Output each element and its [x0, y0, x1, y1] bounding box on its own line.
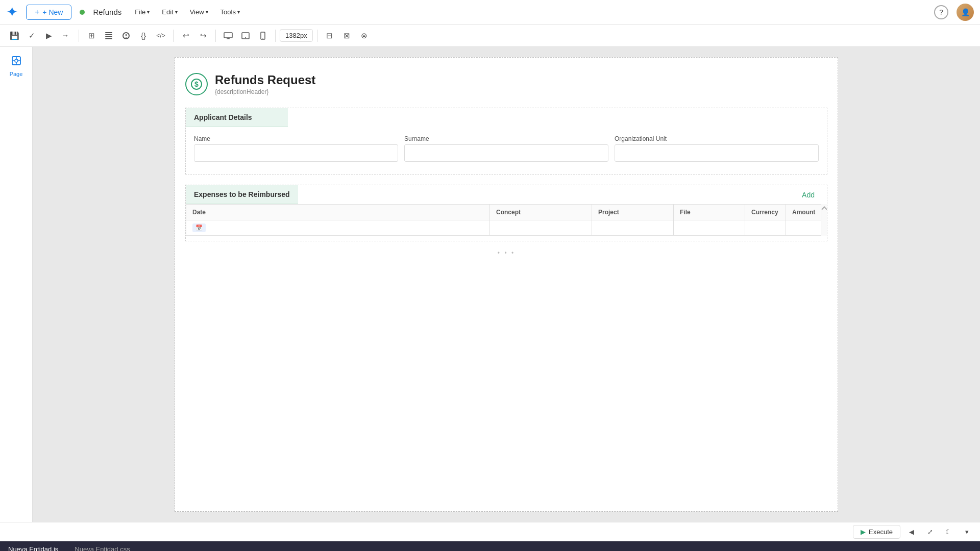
table-row-action[interactable]: 📅: [192, 223, 206, 232]
form-header: $ Refunds Request {descriptionHeader}: [185, 68, 827, 99]
components-button[interactable]: ⊞: [83, 28, 100, 44]
col-concept: Concept: [490, 205, 592, 220]
tab-css[interactable]: Nueva Entidad css: [66, 541, 138, 551]
braces-button[interactable]: {}: [135, 28, 152, 44]
surname-input[interactable]: [404, 144, 608, 162]
inspector-button[interactable]: [118, 28, 134, 44]
field-surname: Surname: [404, 135, 608, 162]
panel-expand-button[interactable]: ⤢: [923, 525, 937, 539]
check-button[interactable]: ✓: [23, 28, 40, 44]
separator: [173, 30, 174, 42]
top-nav: ✦ + + New Refunds File ▾ Edit ▾ View ▾ T…: [0, 0, 980, 24]
align-button[interactable]: ⊜: [356, 28, 373, 44]
form-subtitle: {descriptionHeader}: [215, 88, 315, 95]
user-avatar[interactable]: 👤: [957, 4, 974, 21]
help-button[interactable]: ?: [934, 5, 948, 19]
new-label: + New: [42, 8, 63, 16]
svg-rect-2: [105, 32, 112, 33]
svg-rect-0: [105, 34, 112, 35]
separator: [79, 30, 79, 42]
play-icon: ▶: [861, 528, 866, 536]
section-header-applicant: Applicant Details: [186, 108, 288, 127]
org-unit-input[interactable]: [615, 144, 819, 162]
expenses-table: Date Concept Project File Currency Amoun…: [186, 204, 827, 236]
name-label: Name: [194, 135, 398, 142]
code-tabs: Nueva Entidad.js Nueva Entidad css: [0, 541, 980, 551]
desktop-view-button[interactable]: [220, 28, 236, 44]
new-button[interactable]: + + New: [26, 5, 71, 20]
chevron-down-icon: ▾: [206, 9, 208, 15]
main-layout: Page $ Refunds Request {descriptionHeade…: [0, 47, 980, 522]
layout-button[interactable]: ⊠: [339, 28, 355, 44]
run-button[interactable]: ▶: [41, 28, 57, 44]
applicant-details-section: Applicant Details Name Surname Organizat…: [185, 108, 827, 174]
org-unit-label: Organizational Unit: [615, 135, 819, 142]
form-icon: $: [185, 73, 208, 95]
svg-rect-1: [105, 36, 112, 37]
separator: [215, 30, 216, 42]
section-header-expenses: Expenses to be Reimbursed: [186, 185, 298, 204]
project-name: Refunds: [93, 8, 121, 16]
surname-label: Surname: [404, 135, 608, 142]
app-logo[interactable]: ✦: [6, 4, 18, 20]
tablet-view-button[interactable]: [237, 28, 254, 44]
col-date: Date: [186, 205, 490, 220]
chevron-down-icon: ▾: [175, 9, 178, 15]
table-row: 📅: [186, 220, 827, 236]
expenses-section: Expenses to be Reimbursed Add Date Conce…: [185, 185, 827, 241]
svg-rect-3: [105, 38, 112, 39]
page-panel-item[interactable]: Page: [3, 51, 30, 81]
bottom-panel: Nueva Entidad.js Nueva Entidad css 12345…: [0, 541, 980, 551]
project-status-dot: [80, 10, 85, 15]
zoom-level: 1382px: [280, 29, 313, 42]
form-fields: Name Surname Organizational Unit: [186, 127, 827, 162]
mobile-view-button[interactable]: [255, 28, 271, 44]
save-button[interactable]: 💾: [6, 28, 22, 44]
form-title: Refunds Request: [215, 73, 315, 87]
menu-tools[interactable]: Tools ▾: [215, 6, 245, 18]
canvas-drag-handle[interactable]: • • •: [185, 249, 827, 257]
panel-back-button[interactable]: ◀: [904, 525, 919, 539]
redo-button[interactable]: ↪: [195, 28, 211, 44]
execute-button[interactable]: ▶ Execute: [853, 525, 900, 539]
name-input[interactable]: [194, 144, 398, 162]
col-file: File: [674, 205, 745, 220]
canvas-area: $ Refunds Request {descriptionHeader} Ap…: [33, 47, 980, 522]
svg-point-13: [262, 38, 263, 39]
layers-button[interactable]: [101, 28, 117, 44]
grid-button[interactable]: ⊟: [322, 28, 338, 44]
panel-collapse-button[interactable]: ▾: [960, 525, 974, 539]
page-canvas: $ Refunds Request {descriptionHeader} Ap…: [175, 57, 838, 512]
add-button[interactable]: Add: [798, 189, 819, 201]
col-project: Project: [592, 205, 674, 220]
table-header-row: Date Concept Project File Currency Amoun…: [186, 205, 827, 220]
main-menu: File ▾ Edit ▾ View ▾ Tools ▾: [130, 6, 245, 18]
page-label: Page: [10, 71, 23, 77]
field-org-unit: Organizational Unit: [615, 135, 819, 162]
svg-point-11: [245, 37, 246, 38]
dark-mode-button[interactable]: ☾: [941, 525, 955, 539]
left-panel: Page: [0, 47, 33, 522]
page-icon: [11, 55, 22, 69]
svg-text:$: $: [194, 80, 199, 88]
separator: [275, 30, 276, 42]
nav-right: ? 👤: [934, 4, 974, 21]
tab-js[interactable]: Nueva Entidad.js: [0, 541, 66, 551]
menu-file[interactable]: File ▾: [130, 6, 155, 18]
menu-edit[interactable]: Edit ▾: [157, 6, 182, 18]
field-name: Name: [194, 135, 398, 162]
execute-label: Execute: [869, 528, 893, 536]
svg-rect-7: [224, 33, 232, 38]
col-currency: Currency: [745, 205, 786, 220]
form-title-block: Refunds Request {descriptionHeader}: [215, 73, 315, 95]
svg-point-6: [126, 37, 127, 38]
menu-view[interactable]: View ▾: [185, 6, 213, 18]
chevron-down-icon: ▾: [237, 9, 240, 15]
chevron-down-icon: ▾: [147, 9, 150, 15]
undo-button[interactable]: ↩: [178, 28, 194, 44]
source-button[interactable]: </>: [153, 28, 169, 44]
publish-button[interactable]: ↑: [58, 28, 75, 44]
separator: [317, 30, 317, 42]
plus-icon: +: [35, 8, 39, 17]
svg-point-15: [15, 59, 18, 62]
